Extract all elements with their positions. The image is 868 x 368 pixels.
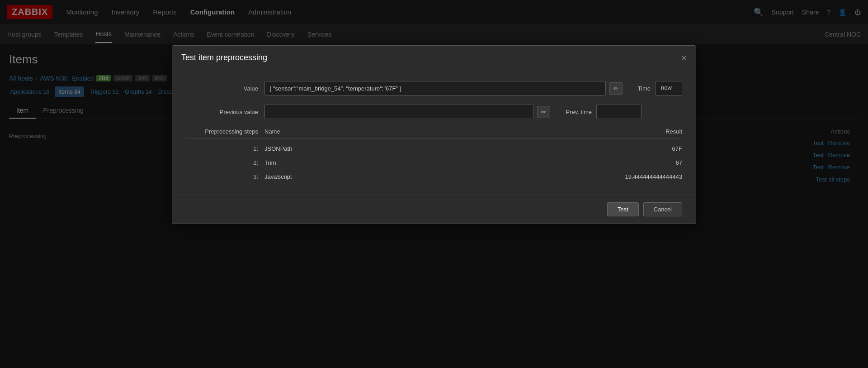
cancel-button[interactable]: Cancel (643, 202, 682, 216)
preprocessing-steps-section: Preprocessing steps Name Result 1: JSONP… (186, 128, 682, 184)
prev-time-label: Prev. time (566, 109, 592, 115)
test-button[interactable]: Test (607, 202, 639, 216)
time-value: now (655, 81, 682, 96)
prev-value-edit-button[interactable]: ✏ (537, 106, 550, 118)
modal-header: Test item preprocessing × (172, 46, 696, 70)
step-1-num: 1: (186, 145, 258, 152)
modal: Test item preprocessing × Value ✏ Time n… (172, 45, 696, 224)
prev-value-label: Previous value (186, 109, 258, 115)
value-edit-button[interactable]: ✏ (609, 82, 623, 95)
step-2-name: Trim (264, 159, 565, 166)
prev-time-group: Prev. time (566, 105, 682, 119)
step-row-2: 2: Trim 67 (186, 156, 682, 170)
value-input-wrap: ✏ (264, 81, 623, 96)
step-row-1: 1: JSONPath 67F (186, 142, 682, 156)
modal-footer: Test Cancel (172, 195, 696, 224)
step-3-result: 19.444444444444443 (565, 173, 682, 180)
step-1-result: 67F (565, 145, 682, 152)
steps-col-name-header: Name (264, 128, 565, 135)
steps-header-row: Preprocessing steps Name Result (186, 128, 682, 139)
modal-close-button[interactable]: × (681, 53, 687, 62)
modal-overlay: Test item preprocessing × Value ✏ Time n… (0, 0, 868, 368)
step-2-num: 2: (186, 159, 258, 166)
value-input[interactable] (264, 81, 606, 96)
modal-title: Test item preprocessing (181, 53, 267, 62)
value-label: Value (186, 85, 258, 92)
steps-col-result-header: Result (565, 128, 682, 135)
prev-value-input-wrap: ✏ (264, 105, 550, 119)
step-3-num: 3: (186, 173, 258, 180)
step-2-result: 67 (565, 159, 682, 166)
steps-section-label: Preprocessing steps (186, 128, 258, 135)
prev-value-input[interactable] (264, 105, 533, 119)
time-group: Time now (638, 81, 682, 96)
step-3-name: JavaScript (264, 173, 565, 180)
prev-time-input[interactable] (596, 105, 642, 119)
step-1-name: JSONPath (264, 145, 565, 152)
step-row-3: 3: JavaScript 19.444444444444443 (186, 170, 682, 184)
prev-value-row: Previous value ✏ Prev. time (186, 105, 682, 119)
modal-body: Value ✏ Time now Previous value ✏ P (172, 70, 696, 195)
value-row: Value ✏ Time now (186, 81, 682, 96)
time-label: Time (638, 85, 651, 92)
